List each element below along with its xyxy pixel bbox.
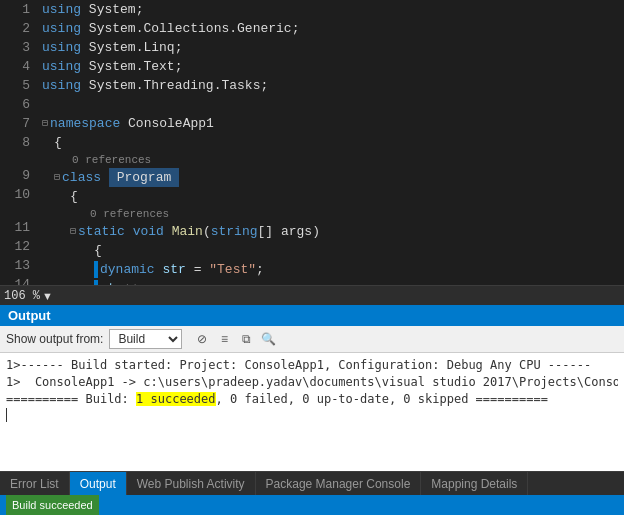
tab-error-list[interactable]: Error List: [0, 472, 70, 495]
zoom-level: 106 %: [4, 289, 40, 303]
output-line-1: 1>------ Build started: Project: Console…: [6, 357, 618, 374]
output-line-3: ========== Build: 1 succeeded, 0 failed,…: [6, 391, 618, 408]
zoom-dropdown-btn[interactable]: ▼: [40, 290, 55, 302]
tab-output[interactable]: Output: [70, 472, 127, 495]
copy-icon[interactable]: ⧉: [236, 329, 256, 349]
zoom-bar: 106 % ▼: [0, 285, 624, 305]
tab-mapping-details[interactable]: Mapping Details: [421, 472, 528, 495]
code-editor: 1 2 3 4 5 6 7 8 9 10 11 12 13 14 15 16 u…: [0, 0, 624, 285]
output-header: Output: [0, 305, 624, 326]
clear-icon[interactable]: ⊘: [192, 329, 212, 349]
status-bar: Build succeeded: [0, 495, 624, 515]
tab-bar: Error List Output Web Publish Activity P…: [0, 471, 624, 495]
build-status: Build succeeded: [6, 495, 99, 515]
line-numbers: 1 2 3 4 5 6 7 8 9 10 11 12 13 14 15 16: [0, 0, 38, 285]
toolbar-icons: ⊘ ≡ ⧉ 🔍: [192, 329, 278, 349]
tab-web-publish[interactable]: Web Publish Activity: [127, 472, 256, 495]
output-line-2: 1> ConsoleApp1 -> c:\users\pradeep.yadav…: [6, 374, 618, 391]
main-references: 0 references: [90, 206, 624, 222]
output-content: 1>------ Build started: Project: Console…: [0, 353, 624, 471]
code-content: using System; using System.Collections.G…: [38, 0, 624, 285]
text-cursor: [6, 408, 7, 422]
find-icon[interactable]: 🔍: [258, 329, 278, 349]
show-output-label: Show output from:: [6, 332, 103, 346]
output-panel: Output Show output from: Build Debug Gen…: [0, 305, 624, 471]
build-success-highlight: 1 succeeded: [136, 392, 215, 406]
cursor-line: [6, 408, 618, 422]
output-source-select[interactable]: Build Debug General: [109, 329, 182, 349]
tab-package-manager[interactable]: Package Manager Console: [256, 472, 422, 495]
class-references: 0 references: [72, 152, 624, 168]
wrap-icon[interactable]: ≡: [214, 329, 234, 349]
output-toolbar: Show output from: Build Debug General ⊘ …: [0, 326, 624, 353]
